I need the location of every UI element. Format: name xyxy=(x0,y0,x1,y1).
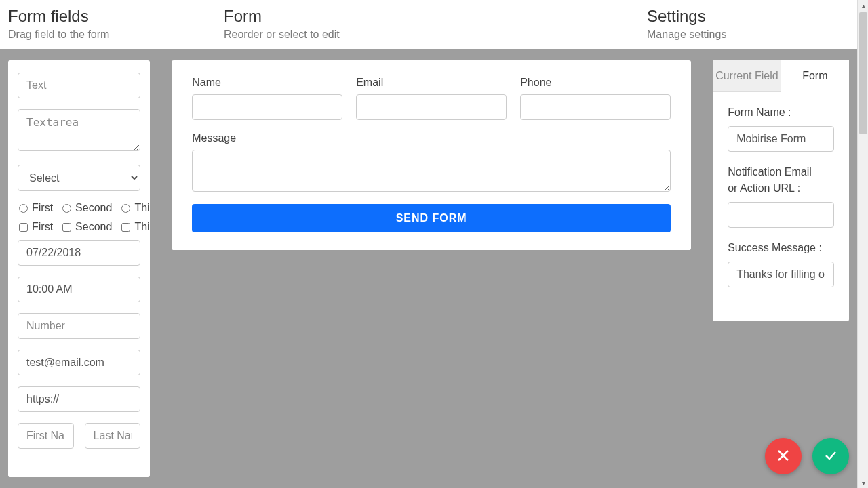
header-sub-settings: Manage settings xyxy=(647,28,840,41)
main: Select First Second Third First Second T… xyxy=(0,49,857,488)
form-name-input[interactable] xyxy=(728,126,834,152)
radio-second[interactable] xyxy=(62,204,71,213)
date-input[interactable] xyxy=(18,240,140,266)
palette-item-select[interactable]: Select xyxy=(18,165,140,191)
form-canvas: Name Email Phone Message xyxy=(161,49,702,488)
url-input[interactable] xyxy=(18,386,140,412)
scroll-down-button[interactable]: ▾ xyxy=(858,477,868,488)
field-label-message: Message xyxy=(192,132,671,144)
header-title-fields: Form fields xyxy=(8,7,208,26)
setting-success: Success Message : xyxy=(728,240,834,287)
checkbox-first[interactable] xyxy=(19,223,28,232)
palette-item-url[interactable] xyxy=(18,386,140,412)
email-field-input[interactable] xyxy=(356,94,507,120)
radio-label: Second xyxy=(75,202,112,214)
close-icon xyxy=(775,447,791,466)
checkbox-label: First xyxy=(32,221,53,233)
form-card[interactable]: Name Email Phone Message xyxy=(172,60,691,250)
palette-item-time[interactable] xyxy=(18,277,140,302)
phone-field-input[interactable] xyxy=(520,94,671,120)
first-name-input[interactable] xyxy=(18,423,74,449)
setting-notification: Notification Email or Action URL : xyxy=(728,164,834,228)
time-input[interactable] xyxy=(18,277,140,302)
palette-item-email[interactable] xyxy=(18,350,140,375)
textarea-input[interactable] xyxy=(18,109,140,151)
tab-current-field[interactable]: Current Field xyxy=(713,60,781,92)
checkbox-label: Second xyxy=(75,221,112,233)
text-input[interactable] xyxy=(18,73,140,98)
notification-input[interactable] xyxy=(728,202,834,228)
radio-first[interactable] xyxy=(19,204,28,213)
setting-label-form-name: Form Name : xyxy=(728,104,834,121)
last-name-input[interactable] xyxy=(85,423,141,449)
send-form-button[interactable]: SEND FORM xyxy=(192,204,671,232)
fab-row xyxy=(765,438,849,474)
form-field-name[interactable]: Name xyxy=(192,77,342,120)
header-col-settings: Settings Manage settings xyxy=(639,7,848,41)
palette-item-textarea[interactable] xyxy=(18,109,140,154)
field-label-email: Email xyxy=(356,77,507,89)
message-field-input[interactable] xyxy=(192,150,671,192)
header: Form fields Drag field to the form Form … xyxy=(0,0,857,49)
palette-item-date[interactable] xyxy=(18,240,140,266)
settings-panel: Current Field Form Form Name : Notificat… xyxy=(713,60,849,321)
checkbox-third[interactable] xyxy=(121,223,130,232)
palette-item-radio[interactable]: First Second Third xyxy=(18,202,140,214)
scroll-thumb[interactable] xyxy=(859,12,867,134)
radio-label: First xyxy=(32,202,53,214)
confirm-button[interactable] xyxy=(812,438,849,474)
header-sub-fields: Drag field to the form xyxy=(8,28,208,41)
header-sub-form: Reorder or select to edit xyxy=(224,28,631,41)
palette-panel: Select First Second Third First Second T… xyxy=(8,60,150,477)
header-title-settings: Settings xyxy=(647,7,840,26)
header-col-fields: Form fields Drag field to the form xyxy=(0,7,216,41)
field-label-name: Name xyxy=(192,77,342,89)
email-input[interactable] xyxy=(18,350,140,375)
form-field-email[interactable]: Email xyxy=(356,77,507,120)
select-input[interactable]: Select xyxy=(18,165,140,191)
palette-item-text[interactable] xyxy=(18,73,140,98)
palette-item-name-split[interactable] xyxy=(18,423,140,449)
check-icon xyxy=(823,447,839,466)
field-label-phone: Phone xyxy=(520,77,671,89)
scrollbar[interactable]: ▴ ▾ xyxy=(857,0,868,488)
form-field-message[interactable]: Message xyxy=(192,132,671,192)
number-input[interactable] xyxy=(18,313,140,339)
setting-label-notification: Notification Email or Action URL : xyxy=(728,164,834,197)
palette-item-checkbox[interactable]: First Second Third xyxy=(18,221,140,233)
setting-label-line1: Notification Email xyxy=(728,166,812,178)
radio-third[interactable] xyxy=(121,204,130,213)
tab-form[interactable]: Form xyxy=(781,60,849,92)
checkbox-label: Third xyxy=(134,221,150,233)
setting-label-line2: or Action URL : xyxy=(728,182,800,194)
settings-tabs: Current Field Form xyxy=(713,60,849,92)
cancel-button[interactable] xyxy=(765,438,802,474)
header-col-form: Form Reorder or select to edit xyxy=(216,7,639,41)
header-title-form: Form xyxy=(224,7,631,26)
checkbox-second[interactable] xyxy=(62,223,71,232)
setting-label-success: Success Message : xyxy=(728,240,834,256)
radio-label: Third xyxy=(134,202,150,214)
setting-form-name: Form Name : xyxy=(728,104,834,152)
form-field-phone[interactable]: Phone xyxy=(520,77,671,120)
success-message-input[interactable] xyxy=(728,262,834,287)
scroll-up-button[interactable]: ▴ xyxy=(858,0,868,11)
palette-item-number[interactable] xyxy=(18,313,140,339)
name-field-input[interactable] xyxy=(192,94,342,120)
